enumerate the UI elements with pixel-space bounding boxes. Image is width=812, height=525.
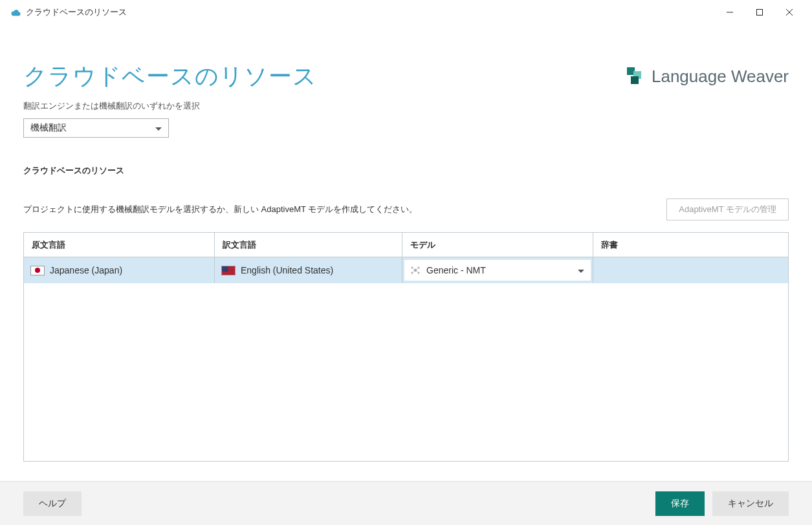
manage-adaptivemt-button[interactable]: AdaptiveMT モデルの管理 [666, 198, 789, 220]
target-language-label: English (United States) [241, 265, 333, 275]
save-button[interactable]: 保存 [655, 491, 705, 516]
svg-line-12 [412, 268, 415, 270]
instructions-text: プロジェクトに使用する機械翻訳モデルを選択するか、新しい AdaptiveMT … [23, 204, 417, 215]
maximize-button[interactable] [745, 3, 774, 22]
model-table: 原文言語 訳文言語 モデル 辞書 Japanese (Japan) Englis… [23, 232, 789, 462]
model-dropdown[interactable]: Generic - NMT [404, 260, 591, 281]
cell-source: Japanese (Japan) [24, 257, 215, 283]
cell-target: English (United States) [215, 257, 402, 283]
table-header: 原文言語 訳文言語 モデル 辞書 [24, 233, 788, 257]
svg-rect-1 [757, 9, 763, 15]
svg-line-13 [415, 268, 419, 270]
column-header-source[interactable]: 原文言語 [24, 233, 215, 257]
cloud-icon [10, 7, 21, 17]
section-label: クラウドベースのリソース [23, 165, 789, 177]
help-button[interactable]: ヘルプ [23, 491, 82, 516]
table-row[interactable]: Japanese (Japan) English (United States) [24, 257, 788, 283]
window-title: クラウドベースのリソース [26, 6, 715, 18]
source-language-label: Japanese (Japan) [50, 265, 122, 275]
svg-line-14 [412, 270, 415, 273]
header-row: クラウドベースのリソース Language Weaver [23, 61, 789, 92]
cancel-button[interactable]: キャンセル [712, 491, 789, 516]
column-header-dictionary[interactable]: 辞書 [593, 233, 788, 257]
chevron-down-icon [578, 265, 584, 275]
minimize-button[interactable] [715, 3, 745, 22]
window-controls [715, 3, 804, 22]
brand-text: Language Weaver [652, 67, 789, 87]
brand: Language Weaver [626, 66, 789, 87]
engine-dropdown[interactable]: 機械翻訳 [23, 118, 169, 138]
close-button[interactable] [774, 3, 804, 22]
chevron-down-icon [155, 123, 162, 133]
brand-logo-icon [626, 66, 645, 87]
instructions-row: プロジェクトに使用する機械翻訳モデルを選択するか、新しい AdaptiveMT … [23, 198, 789, 220]
cell-model: Generic - NMT [402, 257, 593, 283]
cell-dictionary [593, 257, 788, 283]
column-header-target[interactable]: 訳文言語 [215, 233, 402, 257]
column-header-model[interactable]: モデル [402, 233, 593, 257]
engine-dropdown-label: 機械翻訳 [30, 122, 155, 134]
network-icon [410, 264, 421, 276]
svg-line-15 [415, 270, 419, 273]
page-title: クラウドベースのリソース [23, 61, 317, 92]
subtitle: 翻訳エンジンまたは機械翻訳のいずれかを選択 [23, 100, 789, 112]
svg-rect-6 [631, 76, 639, 84]
titlebar: クラウドベースのリソース [0, 0, 812, 25]
content-area: クラウドベースのリソース Language Weaver 翻訳エンジンまたは機械… [0, 61, 812, 462]
japan-flag-icon [30, 266, 45, 275]
footer: ヘルプ 保存 キャンセル [0, 481, 812, 525]
model-label: Generic - NMT [426, 265, 486, 275]
us-flag-icon [221, 266, 236, 275]
